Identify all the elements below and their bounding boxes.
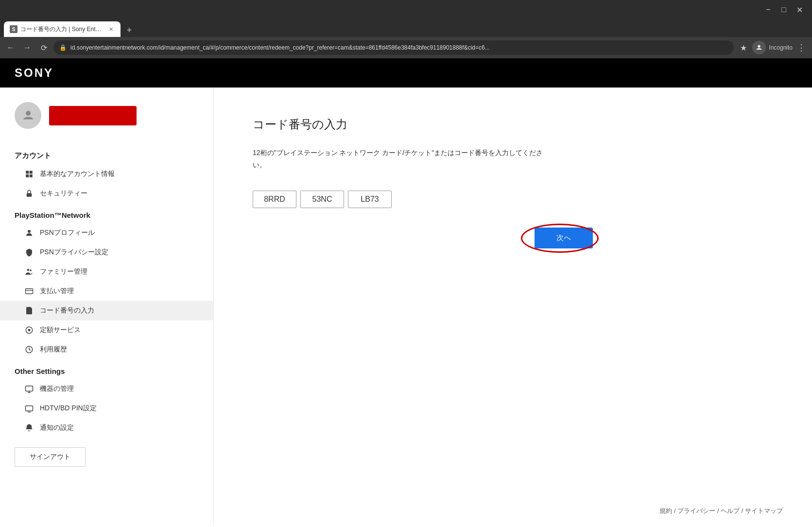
address-bar-row: ← → ⟳ 🔒 id.sonyentertainmentnetwork.com/…: [0, 37, 812, 58]
tv-icon: [24, 404, 34, 413]
svg-point-1: [26, 111, 31, 116]
code-input-group: [253, 191, 773, 208]
svg-rect-17: [26, 406, 33, 411]
active-tab[interactable]: S コード番号の入力 | Sony Entertainm... ✕: [4, 21, 121, 37]
signout-section: サインアウト: [0, 438, 213, 476]
svg-rect-14: [26, 386, 33, 391]
sidebar: アカウント 基本的なアカウント情報 セキュリティー PlayStation™Ne…: [0, 88, 214, 525]
sidebar-item-label: 定額サービス: [40, 326, 81, 334]
sidebar-item-subscription[interactable]: 定額サービス: [0, 320, 213, 340]
new-tab-button[interactable]: +: [122, 23, 136, 37]
ssl-lock-icon: 🔒: [59, 44, 67, 51]
account-section-label: アカウント: [0, 147, 213, 164]
svg-rect-3: [30, 171, 33, 174]
footer-links: 規約 / プライバシー / ヘルプ / サイトマップ: [659, 507, 783, 515]
sony-header: SONY: [0, 58, 812, 88]
sidebar-item-notifications[interactable]: 通知の設定: [0, 418, 213, 438]
signout-button[interactable]: サインアウト: [15, 447, 86, 467]
sidebar-item-label: HDTV/BD PIN設定: [40, 404, 97, 413]
sidebar-item-payment[interactable]: 支払い管理: [0, 281, 213, 301]
sony-logo: SONY: [15, 66, 53, 80]
psn-section-label: PlayStation™Network: [0, 207, 213, 223]
family-icon: [24, 267, 34, 277]
avatar: [15, 102, 41, 129]
sidebar-item-label: ファミリー管理: [40, 267, 87, 276]
sidebar-item-label: 機器の管理: [40, 385, 74, 393]
svg-rect-10: [26, 289, 33, 294]
maximize-button[interactable]: □: [777, 3, 791, 17]
user-section: [0, 102, 213, 143]
minimize-button[interactable]: −: [761, 3, 775, 17]
footer-link-privacy[interactable]: プライバシー: [677, 507, 715, 514]
reload-button[interactable]: ⟳: [37, 41, 51, 54]
main-layout: アカウント 基本的なアカウント情報 セキュリティー PlayStation™Ne…: [0, 88, 812, 525]
svg-rect-2: [26, 171, 29, 174]
footer-link-sitemap[interactable]: サイトマップ: [745, 507, 783, 514]
forward-button[interactable]: →: [20, 41, 34, 54]
code-input-1[interactable]: [253, 191, 296, 208]
next-button[interactable]: 次へ: [535, 228, 593, 248]
svg-point-9: [30, 269, 32, 271]
sidebar-item-label: PSNプロフィール: [40, 228, 95, 237]
browser-window-controls: − □ ✕: [0, 0, 812, 19]
svg-point-8: [27, 269, 30, 271]
incognito-icon: [752, 41, 766, 54]
sidebar-item-label: 利用履歴: [40, 345, 67, 354]
url-text: id.sonyentertainmentnetwork.com/id/manag…: [70, 44, 490, 51]
sidebar-item-label: セキュリティー: [40, 189, 87, 198]
card-icon: [24, 286, 34, 296]
other-settings-section-label: Other Settings: [0, 363, 213, 379]
sidebar-item-family[interactable]: ファミリー管理: [0, 262, 213, 281]
bookmark-button[interactable]: ★: [737, 41, 750, 54]
sidebar-item-history[interactable]: 利用履歴: [0, 340, 213, 359]
incognito-label: Incognito: [769, 44, 793, 51]
back-button[interactable]: ←: [4, 41, 17, 54]
page-title: コード番号の入力: [253, 117, 773, 132]
tab-close-button[interactable]: ✕: [107, 25, 115, 33]
history-icon: [24, 345, 34, 354]
next-button-wrapper: 次へ: [253, 228, 593, 248]
sidebar-item-hdtv-pin[interactable]: HDTV/BD PIN設定: [0, 399, 213, 418]
sidebar-item-security[interactable]: セキュリティー: [0, 184, 213, 203]
sidebar-item-label: 通知の設定: [40, 423, 74, 432]
shield-icon: [24, 247, 34, 257]
code-input-2[interactable]: [300, 191, 344, 208]
grid-icon: [24, 169, 34, 179]
bell-icon: [24, 423, 34, 433]
lock-icon: [24, 189, 34, 198]
svg-rect-6: [27, 193, 32, 197]
sidebar-item-account-info[interactable]: 基本的なアカウント情報: [0, 164, 213, 184]
content-description: 12桁の"プレイステーション ネットワーク カード/チケット"またはコード番号を…: [253, 147, 544, 171]
sidebar-item-psn-profile[interactable]: PSNプロフィール: [0, 223, 213, 243]
device-icon: [24, 384, 34, 394]
sidebar-item-label: 基本的なアカウント情報: [40, 170, 115, 178]
tab-favicon: S: [10, 25, 17, 33]
address-bar[interactable]: 🔒 id.sonyentertainmentnetwork.com/id/man…: [53, 40, 734, 55]
code-input-3[interactable]: [348, 191, 392, 208]
main-content: コード番号の入力 12桁の"プレイステーション ネットワーク カード/チケット"…: [214, 88, 812, 525]
svg-point-7: [28, 230, 31, 233]
toolbar-actions: ★ Incognito ⋮: [737, 41, 808, 54]
sidebar-item-label: コード番号の入力: [40, 306, 94, 315]
close-button[interactable]: ✕: [793, 3, 806, 17]
svg-rect-5: [30, 175, 33, 177]
tab-bar: S コード番号の入力 | Sony Entertainm... ✕ +: [0, 19, 812, 37]
footer-link-help[interactable]: ヘルプ: [721, 507, 740, 514]
sidebar-item-psn-privacy[interactable]: PSNプライバシー設定: [0, 243, 213, 262]
person-icon: [24, 228, 34, 238]
svg-rect-4: [26, 175, 29, 177]
sidebar-item-code-entry[interactable]: コード番号の入力: [0, 301, 213, 320]
footer-link-terms[interactable]: 規約: [659, 507, 672, 514]
subscription-icon: [24, 325, 34, 335]
tab-title: コード番号の入力 | Sony Entertainm...: [20, 25, 104, 34]
svg-point-0: [758, 45, 760, 48]
sidebar-item-device-manage[interactable]: 機器の管理: [0, 379, 213, 399]
username-bar: [49, 106, 137, 125]
chrome-menu-button[interactable]: ⋮: [795, 41, 808, 54]
code-icon: [24, 306, 34, 316]
sidebar-item-label: PSNプライバシー設定: [40, 248, 108, 257]
sidebar-item-label: 支払い管理: [40, 287, 74, 296]
